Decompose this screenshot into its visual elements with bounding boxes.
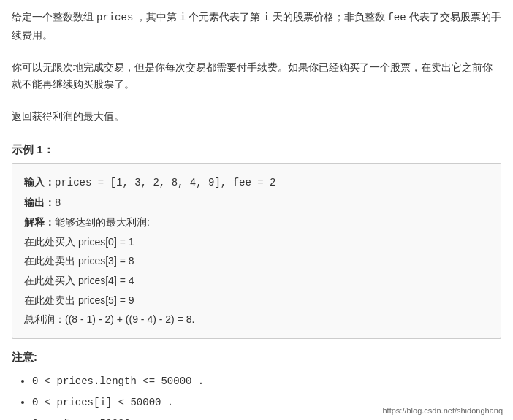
example-detail-1: 在此处买入 prices[0] = 1 [24,232,489,252]
example-title: 示例 1： [12,143,501,157]
note-item-1: 0 < prices.length <= 50000 . [32,370,501,392]
intro-line2: 你可以无限次地完成交易，但是你每次交易都需要付手续费。如果你已经购买了一个股票，… [12,59,501,94]
example-section: 示例 1： 输入：prices = [1, 3, 2, 8, 4, 9], fe… [12,143,501,339]
watermark: https://blog.csdn.net/shidonghanq [379,405,506,416]
example-detail-3: 在此处买入 prices[4] = 4 [24,271,489,291]
example-explain-header: 解释：能够达到的最大利润: [24,213,489,232]
intro-line3: 返回获得利润的最大值。 [12,108,501,126]
example-detail-2: 在此处卖出 prices[3] = 8 [24,251,489,271]
example-detail-4: 在此处卖出 prices[5] = 9 [24,291,489,310]
example-detail-5: 总利润：((8 - 1) - 2) + ((9 - 4) - 2) = 8. [24,310,489,329]
example-box: 输入：prices = [1, 3, 2, 8, 4, 9], fee = 2 … [12,163,501,339]
intro-line1: 给定一个整数数组 prices ，其中第 i 个元素代表了第 i 天的股票价格；… [12,9,501,45]
note-title: 注意: [12,351,501,364]
intro-paragraph: 给定一个整数数组 prices ，其中第 i 个元素代表了第 i 天的股票价格；… [12,9,501,126]
example-input: 输入：prices = [1, 3, 2, 8, 4, 9], fee = 2 [24,172,489,193]
example-output: 输出：8 [24,193,489,213]
